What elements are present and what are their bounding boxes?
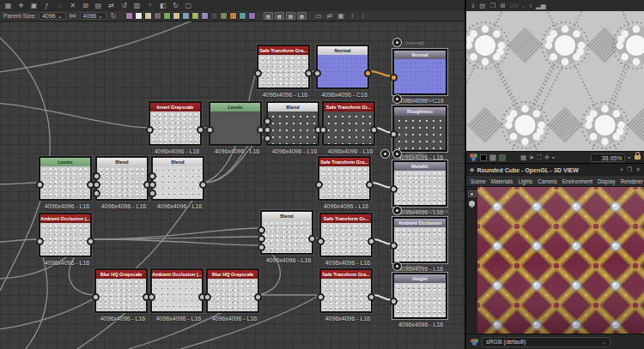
input-port-1[interactable]: [93, 181, 100, 189]
menu-materials[interactable]: Materials: [491, 178, 513, 184]
light-bulb-icon[interactable]: [469, 201, 475, 207]
3d-view-titlebar[interactable]: ◆ Rounded Cube - OpenGL - 3D VIEW ⌖❐✕: [466, 163, 644, 176]
close-icon[interactable]: ✕: [635, 166, 641, 173]
input-port-0[interactable]: [36, 238, 44, 245]
output-port[interactable]: [254, 293, 262, 301]
input-port-0[interactable]: [149, 172, 156, 180]
tiling-icon[interactable]: ▦: [520, 153, 526, 161]
output-port[interactable]: [368, 293, 375, 301]
node-output-metallic[interactable]: Metallic4096x4096 - L16(metallic): [392, 160, 447, 207]
input-port-0[interactable]: [390, 242, 398, 250]
2d-info-icon-1[interactable]: ▂▅: [536, 2, 546, 9]
main-toolbar-icon-6[interactable]: ⊞: [81, 1, 90, 10]
main-toolbar-icon-12[interactable]: ◧: [158, 1, 167, 10]
main-toolbar-icon-1[interactable]: ✛: [16, 1, 26, 10]
node-output-ambient-occlusion[interactable]: Ambient Occlusion4096x4096 - L16(ambient…: [392, 217, 447, 263]
camera-icon[interactable]: [468, 190, 477, 197]
toolbar-tail-icon-1[interactable]: ⇄: [325, 12, 334, 20]
input-port-0[interactable]: [206, 126, 214, 134]
main-toolbar-icon-10[interactable]: ▥: [132, 1, 142, 10]
atomic-node-button-11[interactable]: [229, 12, 237, 20]
menu-camera[interactable]: Camera: [538, 178, 556, 184]
atomic-node-button-1[interactable]: [135, 12, 143, 20]
node-output-height[interactable]: Height4096x4096 - L16(height): [392, 273, 447, 319]
toolbar-tail-icon-4[interactable]: ⁞: [359, 12, 368, 20]
input-port-0[interactable]: [317, 293, 325, 301]
output-port[interactable]: [305, 69, 313, 77]
main-toolbar-icon-9[interactable]: ↺: [119, 1, 129, 10]
node-blend-3[interactable]: Blend4096x4096 - L16: [151, 156, 204, 201]
main-toolbar-icon-4[interactable]: ◌: [55, 1, 64, 10]
node-graph-canvas[interactable]: Safe Transform Gra...4096x4096 - L16Norm…: [0, 21, 465, 349]
background-black-swatch[interactable]: [480, 154, 487, 161]
output-port[interactable]: [87, 238, 94, 245]
node-blur-hq-1[interactable]: Blur HQ Grayscale4096x4096 - L16: [94, 268, 148, 313]
input-port-0[interactable]: [390, 185, 398, 193]
input-port-1[interactable]: [264, 126, 271, 134]
input-port-1[interactable]: [149, 181, 156, 189]
input-port-0[interactable]: [390, 74, 398, 81]
node-ambient-occlusion-2[interactable]: Ambient Occlusion (...4096x4096 - L16: [150, 268, 204, 313]
atomic-node-button-12[interactable]: [239, 12, 246, 20]
atomic-node-button-8[interactable]: [201, 12, 209, 20]
view-toggle-1[interactable]: ▦: [275, 12, 284, 20]
pin-icon[interactable]: ⌖: [620, 166, 623, 173]
2d-toolbar-icon-0[interactable]: ↴: [470, 2, 475, 9]
input-port-0[interactable]: [258, 226, 265, 234]
atomic-node-button-0[interactable]: [125, 12, 133, 20]
refresh-icon[interactable]: ↻: [109, 12, 118, 20]
input-port-0[interactable]: [92, 293, 100, 301]
output-port[interactable]: [364, 69, 372, 77]
view-toggle-0[interactable]: ▦: [264, 12, 273, 20]
background-gray-swatch[interactable]: [489, 154, 496, 161]
node-blend-1[interactable]: Blend4096x4096 - L16: [266, 101, 319, 146]
atomic-node-button-4[interactable]: [163, 12, 171, 20]
node-safe-transform-5[interactable]: Safe Transform Gra...4096x4096 - L16: [319, 268, 373, 313]
output-port[interactable]: [199, 181, 207, 189]
output-port[interactable]: [197, 126, 204, 134]
background-image-swatch[interactable]: [499, 154, 506, 161]
input-port-0[interactable]: [93, 172, 100, 180]
zoom-level-field[interactable]: 38.95%: [591, 153, 625, 162]
output-port[interactable]: [368, 238, 375, 245]
node-safe-transform-2[interactable]: Safe Transform Gr...4096x4096 - L16: [322, 101, 375, 146]
2d-toolbar-icon-2[interactable]: ❐: [489, 2, 495, 9]
main-toolbar-icon-0[interactable]: ▦: [3, 1, 13, 10]
lock-zoom-icon[interactable]: [635, 155, 641, 159]
atomic-node-button-7[interactable]: [191, 12, 199, 20]
pointer-tool-icon[interactable]: ➤: [529, 153, 534, 161]
float-icon[interactable]: ❐: [627, 166, 632, 173]
input-port-0[interactable]: [319, 126, 327, 134]
output-port[interactable]: [308, 235, 316, 243]
input-port-2[interactable]: [149, 190, 156, 197]
main-toolbar-icon-7[interactable]: ▤: [94, 1, 103, 10]
node-levels-1[interactable]: Levels4096x4096 - L16: [209, 101, 262, 146]
input-port-0[interactable]: [204, 293, 211, 301]
main-toolbar-icon-8[interactable]: ⇄: [106, 1, 116, 10]
node-safe-transform-1[interactable]: Safe Transform Gra...4096x4096 - L16: [257, 45, 310, 89]
input-port-2[interactable]: [93, 190, 100, 197]
main-toolbar-icon-2[interactable]: ▣: [29, 1, 39, 10]
parent-size-dropdown[interactable]: 4096 ⌄: [39, 12, 65, 20]
input-port-0[interactable]: [254, 69, 262, 77]
view-toggle-2[interactable]: ▦: [286, 12, 295, 20]
output-node-icon[interactable]: [392, 262, 402, 271]
atomic-node-button-13[interactable]: [248, 12, 256, 20]
atomic-node-button-6[interactable]: [182, 12, 190, 20]
fit-view-icon[interactable]: ⛶: [537, 153, 541, 162]
node-safe-transform-4[interactable]: Safe Transform Gr...4096x4096 - L16: [319, 213, 373, 257]
menu-renderer[interactable]: Renderer: [621, 178, 643, 184]
input-port-2[interactable]: [258, 244, 265, 251]
toolbar-tail-icon-3[interactable]: ↕: [348, 12, 356, 20]
2d-view-canvas[interactable]: [466, 11, 644, 151]
view-toggle-3[interactable]: ▦: [297, 12, 307, 20]
2d-info-icon-0[interactable]: i: [530, 2, 532, 9]
main-toolbar-icon-13[interactable]: ↻: [171, 1, 180, 10]
input-port-1[interactable]: [258, 235, 265, 243]
menu-display[interactable]: Display: [598, 178, 616, 184]
input-port-0[interactable]: [36, 181, 44, 189]
colorspace-dropdown[interactable]: sRGB (default) ⌄: [482, 337, 611, 347]
input-port-0[interactable]: [148, 293, 155, 301]
atomic-node-button-2[interactable]: [144, 12, 152, 20]
input-port-0[interactable]: [317, 238, 325, 245]
